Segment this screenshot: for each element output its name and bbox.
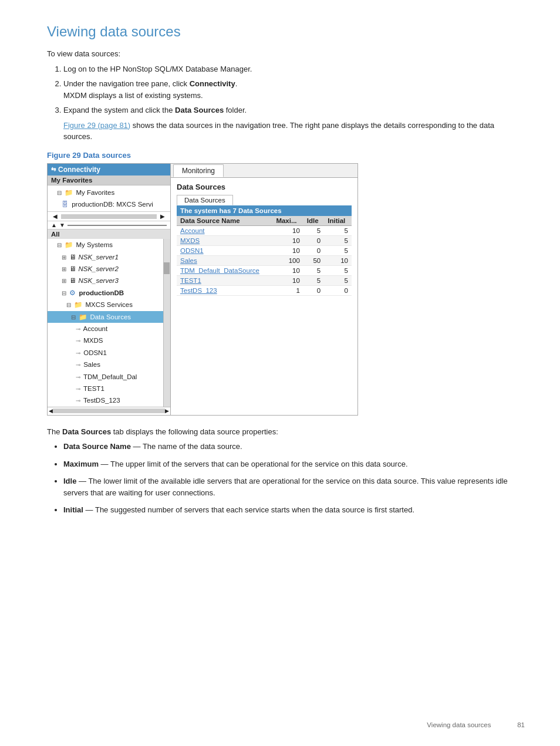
ds-name-cell[interactable]: Account [177, 225, 272, 235]
scroll-right-btn[interactable]: ▶ [158, 213, 167, 220]
ds-idle-cell: 50 [303, 255, 324, 265]
ds-initial-cell: 5 [324, 235, 352, 245]
figure-29: ⇆ Connectivity My Favorites ⊟ 📁 My Favor… [47, 163, 358, 416]
tree-ds-testds123[interactable]: ⊸ TestDS_123 [48, 394, 163, 406]
table-row: TEST1 10 5 5 [177, 275, 352, 285]
tree-ds-odsn1[interactable]: ⊸ ODSN1 [48, 347, 163, 359]
server-icon-s2: 🖥 [69, 265, 76, 272]
hscroll-left[interactable]: ◀ [49, 408, 53, 414]
figure-ref-link[interactable]: Figure 29 (page 81) [63, 121, 130, 130]
step-3-bold: Data Sources [175, 106, 224, 114]
connectivity-icon: ⇆ [51, 166, 56, 173]
ds-name-cell[interactable]: Sales [177, 255, 272, 265]
tree-ds-sales[interactable]: ⊸ Sales [48, 359, 163, 370]
ds-initial-cell: 0 [324, 285, 352, 295]
tree-nsk-server2[interactable]: ⊞ 🖥 NSK_server2 [48, 263, 163, 275]
scrollbar-thumb [164, 262, 170, 274]
tree-ds-test1[interactable]: ⊸ TEST1 [48, 383, 163, 394]
col-name: Data Source Name [177, 216, 272, 226]
up-arrow[interactable]: ▲ [51, 222, 57, 228]
server-icon-s3: 🖥 [69, 277, 76, 284]
tree-nsk-server3[interactable]: ⊞ 🖥 NSK_server3 [48, 275, 163, 286]
tree-ds-tdm[interactable]: ⊸ TDM_Default_Dal [48, 371, 163, 383]
table-row: Sales 100 50 10 [177, 255, 352, 265]
ds-max-cell: 1 [272, 285, 303, 295]
sub-tab-datasources[interactable]: Data Sources [177, 195, 233, 205]
prop-max-bold: Maximum [63, 460, 99, 468]
systems-tree: ⊟ 📁 My Systems ⊞ 🖥 NSK_server1 ⊞ 🖥 NSK_s… [48, 239, 163, 406]
col-max: Maxi... [272, 216, 303, 226]
figure-caption: Figure 29 Data sources [47, 151, 525, 160]
conn-icon-prod: ⚙ [69, 289, 76, 296]
all-label: All [48, 229, 170, 239]
nav-arrow-row: ▲ ▼ [48, 221, 170, 229]
table-body: Account 10 5 5 MXDS 10 0 5 ODSN1 10 0 5 … [177, 225, 352, 295]
ds-idle-cell: 0 [303, 235, 324, 245]
scroll-left-btn[interactable]: ◀ [51, 213, 59, 220]
ds-max-cell: 100 [272, 255, 303, 265]
tree-ds-account[interactable]: ⊸ Account [48, 323, 163, 335]
ds-icon-sales: ⊸ [76, 362, 80, 368]
ds-name-cell[interactable]: TestDS_123 [177, 285, 272, 295]
ds-idle-cell: 5 [303, 225, 324, 235]
tree-my-systems[interactable]: ⊟ 📁 My Systems [48, 239, 163, 251]
prop-initial-bold: Initial [63, 505, 83, 514]
tree-my-favorites[interactable]: ⊟ 📁 My Favorites [48, 187, 170, 198]
horizontal-scrollbar[interactable] [61, 214, 157, 219]
tree-productiondb-mxcs[interactable]: 🗄 productionDB: MXCS Servi [48, 198, 170, 210]
ds-name-cell[interactable]: ODSN1 [177, 245, 272, 255]
db-icon: 🗄 [62, 201, 69, 208]
down-arrow[interactable]: ▼ [59, 222, 65, 228]
description-intro: The Data Sources tab displays the follow… [47, 426, 525, 438]
ds-icon-tdm: ⊸ [76, 374, 80, 380]
nav-vertical-scrollbar[interactable] [163, 239, 170, 406]
ds-name-cell[interactable]: TDM_Default_DataSource [177, 265, 272, 275]
data-sources-table: The system has 7 Data Sources Data Sourc… [177, 205, 352, 296]
properties-list: Data Source Name — The name of the data … [63, 441, 525, 516]
ds-icon-account: ⊸ [76, 326, 80, 332]
table-row: Account 10 5 5 [177, 225, 352, 235]
table-row: MXDS 10 0 5 [177, 235, 352, 245]
ds-icon-odsn1: ⊸ [76, 350, 80, 356]
tree-nsk-server1[interactable]: ⊞ 🖥 NSK_server1 [48, 251, 163, 263]
ds-initial-cell: 5 [324, 225, 352, 235]
expand-icon-s3: ⊞ [62, 278, 66, 284]
step-2-bold: Connectivity [190, 79, 235, 88]
tree-data-sources[interactable]: ⊟ 📁 Data Sources [48, 311, 163, 323]
expand-icon: ⊟ [57, 190, 62, 196]
data-sources-bold: Data Sources [62, 427, 111, 436]
col-initial: Initial [324, 216, 352, 226]
right-pane: Monitoring Data Sources Data Sources The… [171, 164, 357, 415]
expand-icon-ds: ⊟ [71, 314, 76, 320]
nav-bottom-scrollbar: ◀ ▶ [48, 407, 170, 415]
ds-initial-cell: 5 [324, 275, 352, 285]
my-favorites-header: My Favorites [48, 175, 170, 185]
ds-icon-testds123: ⊸ [76, 397, 80, 404]
footer: Viewing data sources 81 [427, 721, 525, 728]
nav-main-area: ⊟ 📁 My Systems ⊞ 🖥 NSK_server1 ⊞ 🖥 NSK_s… [48, 239, 170, 406]
tab-monitoring[interactable]: Monitoring [173, 164, 224, 177]
hscroll-right[interactable]: ▶ [165, 408, 169, 414]
ds-initial-cell: 5 [324, 265, 352, 275]
table-row: TDM_Default_DataSource 10 5 5 [177, 265, 352, 275]
ds-idle-cell: 0 [303, 245, 324, 255]
right-content: Data Sources Data Sources The system has… [171, 178, 357, 301]
steps-list: Log on to the HP NonStop SQL/MX Database… [63, 63, 525, 143]
tree-productiondb[interactable]: ⊟ ⚙ productionDB [48, 287, 163, 299]
server-icon-s1: 🖥 [69, 254, 76, 261]
nav-header-label: Connectivity [58, 166, 100, 174]
prop-max: Maximum — The upper limit of the servers… [63, 458, 525, 470]
tree-ds-mxds[interactable]: ⊸ MXDS [48, 335, 163, 346]
ds-max-cell: 10 [272, 245, 303, 255]
expand-icon-systems: ⊟ [57, 242, 62, 248]
table-row: ODSN1 10 0 5 [177, 245, 352, 255]
ds-name-cell[interactable]: MXDS [177, 235, 272, 245]
tree-mxcs-services[interactable]: ⊟ 📁 MXCS Services [48, 299, 163, 310]
expand-icon-mxcs: ⊟ [66, 302, 71, 308]
step-1: Log on to the HP NonStop SQL/MX Database… [63, 63, 525, 75]
section-title: Data Sources [177, 183, 352, 191]
ds-name-cell[interactable]: TEST1 [177, 275, 272, 285]
table-row: TestDS_123 1 0 0 [177, 285, 352, 295]
prop-name-bold: Data Source Name [63, 442, 131, 451]
ds-max-cell: 10 [272, 275, 303, 285]
